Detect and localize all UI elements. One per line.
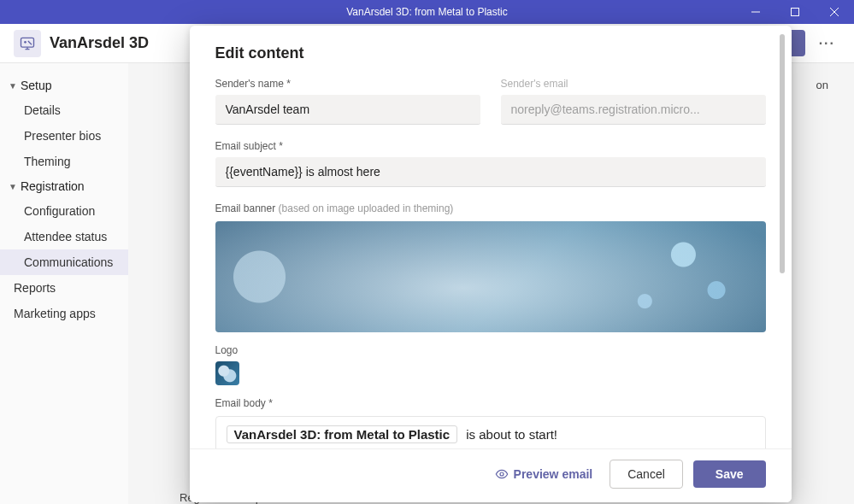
dialog-title: Edit content [215,44,766,62]
svg-point-5 [24,41,27,44]
logo-thumbnail[interactable] [215,361,239,385]
window-controls [736,0,854,24]
caret-down-icon: ▼ [9,182,17,191]
page-title: VanArsdel 3D [50,34,149,52]
preview-email-link[interactable]: Preview email [495,467,593,481]
svg-rect-4 [21,38,34,47]
minimize-icon [751,7,761,17]
sidebar-group-setup-label: Setup [21,79,52,92]
more-options-button[interactable]: ··· [814,32,840,55]
email-banner-image [215,221,766,332]
svg-rect-1 [792,9,799,16]
edit-content-dialog: Edit content Sender's name * Sender's em… [190,26,792,502]
close-button[interactable] [815,0,854,24]
sidebar-item-marketing-apps[interactable]: Marketing apps [0,301,128,326]
email-subject-label: Email subject * [215,140,766,152]
svg-point-6 [500,472,504,476]
event-name-token[interactable]: VanArsdel 3D: from Metal to Plastic [227,425,458,443]
maximize-button[interactable] [775,0,815,24]
sidebar-group-registration[interactable]: ▼ Registration [0,174,128,198]
sidebar-item-presenter-bios[interactable]: Presenter bios [0,123,128,149]
presentation-icon [19,35,36,52]
email-banner-label-text: Email banner [215,202,276,214]
sidebar-item-attendee-status[interactable]: Attendee status [0,224,128,249]
sidebar: ▼ Setup Details Presenter bios Theming ▼… [0,63,128,504]
sidebar-group-registration-label: Registration [21,179,85,193]
sidebar-item-theming[interactable]: Theming [0,149,128,174]
sender-name-label: Sender's name * [215,78,480,90]
minimize-button[interactable] [736,0,775,24]
window-title: VanArsdel 3D: from Metal to Plastic [346,6,508,18]
preview-email-label: Preview email [514,467,593,481]
email-body-label: Email body * [215,397,766,409]
sender-name-input[interactable] [215,95,480,125]
sidebar-group-setup[interactable]: ▼ Setup [0,73,128,97]
modal-overlay: Edit content Sender's name * Sender's em… [127,26,854,504]
logo-label: Logo [215,344,766,356]
email-body-editor[interactable]: VanArsdel 3D: from Metal to Plastic is a… [215,416,766,448]
sidebar-item-reports[interactable]: Reports [0,275,128,301]
sidebar-item-configuration[interactable]: Configuration [0,198,128,224]
sender-email-input [501,95,766,125]
dialog-body: Edit content Sender's name * Sender's em… [190,26,792,448]
sender-email-label: Sender's email [501,78,766,90]
sidebar-item-details[interactable]: Details [0,97,128,123]
close-icon [829,7,839,17]
title-bar: VanArsdel 3D: from Metal to Plastic [0,0,854,24]
app-icon [14,30,41,57]
eye-icon [495,467,509,481]
cancel-button[interactable]: Cancel [610,460,683,489]
caret-down-icon: ▼ [9,81,17,91]
email-subject-input[interactable] [215,157,766,187]
email-banner-hint: (based on image uploaded in theming) [279,202,454,214]
sidebar-item-communications[interactable]: Communications [0,249,128,275]
maximize-icon [790,7,800,17]
dialog-scrollbar[interactable] [780,34,785,273]
email-body-text: is about to start! [466,427,557,442]
dialog-footer: Preview email Cancel Save [190,448,792,502]
email-banner-label: Email banner (based on image uploaded in… [215,202,766,214]
save-button[interactable]: Save [693,460,766,488]
